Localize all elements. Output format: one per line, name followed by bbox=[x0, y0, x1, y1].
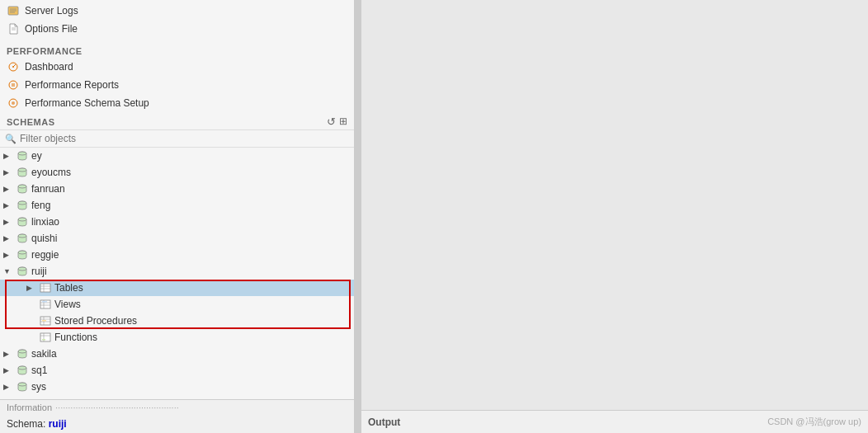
tree-item-stored-procedures[interactable]: ▶ Stored Procedures bbox=[0, 313, 354, 329]
options-file-icon bbox=[7, 22, 20, 35]
main-content: Output CSDN @冯浩(grow up) bbox=[361, 0, 868, 433]
tables-icon bbox=[39, 281, 52, 294]
query-area bbox=[361, 0, 868, 410]
svg-point-27 bbox=[18, 267, 26, 271]
schema-item-eyoucms[interactable]: ▶ eyoucms bbox=[0, 164, 354, 181]
output-label: Output bbox=[368, 417, 400, 428]
svg-rect-9 bbox=[12, 83, 15, 87]
svg-point-15 bbox=[18, 168, 26, 172]
tables-label: Tables bbox=[54, 282, 83, 294]
svg-point-13 bbox=[18, 152, 26, 155]
schema-expand-icon[interactable]: ⊞ bbox=[339, 115, 347, 128]
schema-label-fanruan: fanruan bbox=[31, 183, 65, 195]
db-icon-ey bbox=[16, 149, 29, 162]
performance-schema-label: Performance Schema Setup bbox=[25, 97, 149, 109]
server-logs-label: Server Logs bbox=[25, 5, 78, 16]
schema-tree: ▶ ey ▶ eyoucms ▶ fanruan ▶ bbox=[0, 148, 354, 399]
schema-info-value: ruiji bbox=[49, 418, 67, 430]
filter-bar: 🔍 bbox=[0, 129, 354, 148]
schema-label-sys: sys bbox=[31, 381, 46, 393]
schema-item-feng[interactable]: ▶ feng bbox=[0, 197, 354, 214]
db-icon-ruiji bbox=[16, 265, 29, 278]
db-icon-quishi bbox=[16, 232, 29, 245]
sidebar-divider[interactable] bbox=[355, 0, 361, 433]
arrow-sq1: ▶ bbox=[3, 366, 13, 374]
schema-item-sys[interactable]: ▶ sys bbox=[0, 379, 354, 395]
server-logs-icon bbox=[7, 4, 20, 17]
schema-item-sakila[interactable]: ▶ sakila bbox=[0, 346, 354, 362]
dashboard-item[interactable]: Dashboard bbox=[0, 58, 354, 76]
arrow-linxiao: ▶ bbox=[3, 218, 13, 226]
performance-schema-item[interactable]: Performance Schema Setup bbox=[0, 94, 354, 112]
db-icon-eyoucms bbox=[16, 166, 29, 179]
svg-point-19 bbox=[18, 201, 26, 205]
svg-point-21 bbox=[18, 218, 26, 221]
tree-item-functions[interactable]: ▶ Functions bbox=[0, 329, 354, 346]
schema-item-reggie[interactable]: ▶ reggie bbox=[0, 247, 354, 263]
schema-label-sakila: sakila bbox=[31, 348, 57, 360]
performance-reports-item[interactable]: Performance Reports bbox=[0, 76, 354, 94]
svg-point-49 bbox=[18, 366, 26, 369]
options-file-label: Options File bbox=[25, 23, 78, 35]
svg-point-11 bbox=[12, 101, 15, 105]
db-icon-sakila bbox=[16, 347, 29, 360]
schema-item-ey[interactable]: ▶ ey bbox=[0, 148, 354, 164]
db-icon-sq1 bbox=[16, 364, 29, 377]
arrow-feng: ▶ bbox=[3, 201, 13, 209]
server-logs-item[interactable]: Server Logs bbox=[0, 2, 354, 20]
tree-item-tables[interactable]: ▶ Tables bbox=[0, 280, 354, 296]
options-file-item[interactable]: Options File bbox=[0, 20, 354, 38]
arrow-ruiji: ▼ bbox=[3, 267, 13, 275]
functions-label: Functions bbox=[54, 332, 97, 343]
svg-point-51 bbox=[18, 383, 26, 386]
performance-section-header: PERFORMANCE bbox=[0, 43, 354, 58]
svg-rect-45 bbox=[42, 339, 45, 341]
schemas-section-header: SCHEMAS ↺ ⊞ bbox=[0, 112, 354, 129]
performance-reports-label: Performance Reports bbox=[25, 79, 119, 91]
schema-item-ruiji[interactable]: ▼ ruiji bbox=[0, 263, 354, 280]
svg-point-7 bbox=[12, 66, 14, 68]
schema-item-linxiao[interactable]: ▶ linxiao bbox=[0, 214, 354, 230]
schema-item-quishi[interactable]: ▶ quishi bbox=[0, 230, 354, 247]
schema-refresh-icon[interactable]: ↺ bbox=[327, 115, 336, 128]
arrow-fanruan: ▶ bbox=[3, 185, 13, 193]
views-label: Views bbox=[54, 299, 81, 310]
top-menu: Server Logs Options File bbox=[0, 0, 354, 40]
information-label: Information bbox=[7, 402, 52, 412]
arrow-sakila: ▶ bbox=[3, 350, 13, 358]
schema-item-fanruan[interactable]: ▶ fanruan bbox=[0, 181, 354, 197]
arrow-sys: ▶ bbox=[3, 383, 13, 391]
functions-icon bbox=[39, 331, 52, 344]
svg-point-17 bbox=[18, 185, 26, 188]
svg-rect-41 bbox=[42, 320, 46, 322]
svg-rect-28 bbox=[40, 284, 50, 292]
output-bar: Output CSDN @冯浩(grow up) bbox=[361, 410, 868, 433]
schema-label-feng: feng bbox=[31, 200, 50, 211]
db-icon-feng bbox=[16, 199, 29, 212]
schema-label-ey: ey bbox=[31, 150, 42, 162]
schema-info-prefix: Schema: bbox=[7, 418, 45, 430]
performance-reports-icon bbox=[7, 78, 20, 92]
schema-item-sq1[interactable]: ▶ sq1 bbox=[0, 362, 354, 379]
views-icon bbox=[39, 298, 52, 311]
schema-label-reggie: reggie bbox=[31, 249, 59, 261]
schema-info: Schema: ruiji bbox=[0, 415, 354, 433]
dashboard-label: Dashboard bbox=[25, 61, 73, 73]
red-outline-group: ▶ Tables ▶ bbox=[0, 280, 354, 329]
arrow-tables: ▶ bbox=[26, 284, 36, 292]
filter-search-icon: 🔍 bbox=[5, 134, 17, 144]
schema-label-sq1: sq1 bbox=[31, 365, 47, 376]
information-bar: Information ····························… bbox=[0, 399, 354, 415]
arrow-ey: ▶ bbox=[3, 152, 13, 160]
watermark-text: CSDN @冯浩(grow up) bbox=[767, 416, 861, 428]
filter-input[interactable] bbox=[20, 133, 349, 144]
performance-items: Dashboard Performance Reports Performanc… bbox=[0, 58, 354, 112]
db-icon-reggie bbox=[16, 248, 29, 261]
stored-procedures-label: Stored Procedures bbox=[54, 315, 137, 327]
schema-label-quishi: quishi bbox=[31, 233, 57, 244]
dashboard-icon bbox=[7, 60, 20, 73]
schema-label-ruiji: ruiji bbox=[31, 266, 47, 277]
arrow-reggie: ▶ bbox=[3, 251, 13, 259]
tree-item-views[interactable]: ▶ Views bbox=[0, 296, 354, 313]
sidebar: Server Logs Options File PERFORMANCE Das… bbox=[0, 0, 355, 433]
